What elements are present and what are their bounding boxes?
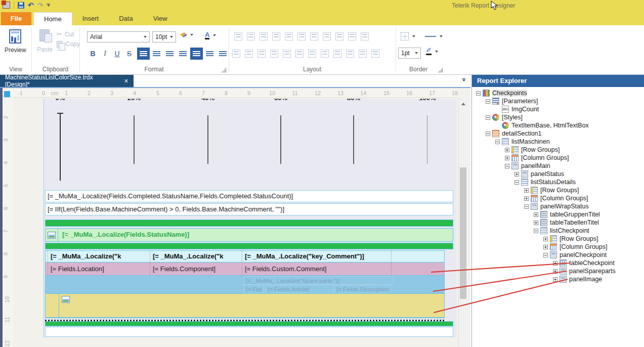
italic-button[interactable]: I: [99, 48, 111, 60]
expand-icon[interactable]: [543, 245, 548, 249]
spareparts-cell[interactable]: [= Fields.Article]: [265, 285, 333, 293]
collapse-icon[interactable]: [476, 91, 481, 96]
bold-button[interactable]: B: [87, 48, 99, 60]
header-cell[interactable]: [= _MuMa_.Localize("key_Comment")]: [242, 251, 392, 262]
tree-item-column-groups[interactable]: [Column Groups]: [472, 154, 644, 162]
font-size-combobox[interactable]: 10pt: [152, 31, 176, 42]
layout-tool-icon[interactable]: [323, 32, 331, 40]
tree-item-panelstatus[interactable]: panelStatus: [472, 170, 644, 178]
background-color-button[interactable]: [180, 32, 193, 37]
spareparts-panel-rows[interactable]: [= _MuMa_.Localize("Spare parts:")] [= F…: [46, 276, 444, 294]
expand-icon[interactable]: [553, 277, 557, 282]
report-design-surface[interactable]: 0%20%40%60%80%100% [= _MuMa_.Localize(Fi…: [44, 99, 457, 337]
layout-tool-icon[interactable]: [346, 50, 354, 58]
border-preset-button[interactable]: [401, 32, 415, 40]
app-icon[interactable]: [3, 2, 10, 9]
expand-icon[interactable]: [553, 261, 557, 266]
tree-item-label[interactable]: [Styles]: [502, 114, 523, 121]
layout-tool-icon[interactable]: [260, 32, 268, 40]
expand-icon[interactable]: [553, 269, 557, 274]
tree-item-column-groups[interactable]: [Column Groups]: [472, 194, 644, 202]
tree-item-label[interactable]: panelWrapStatus: [540, 203, 589, 210]
status-name-row[interactable]: [= _MuMa_.Localize(Fields.StatusName)]: [45, 228, 453, 242]
document-tab[interactable]: MachineStatusListColorSize.trdx [Design]…: [0, 75, 134, 87]
ruler-corner-square[interactable]: [4, 91, 10, 97]
font-name-combobox[interactable]: Arial: [87, 31, 150, 42]
table-data-row[interactable]: [= Fields.Location] [= Fields.Component]…: [46, 263, 444, 276]
layout-tool-icon[interactable]: [285, 32, 293, 40]
align-center-button[interactable]: [150, 48, 163, 60]
valign-top-button[interactable]: [190, 48, 203, 60]
tree-item-label[interactable]: Checkpoints: [492, 90, 527, 97]
tree-item-label[interactable]: [Column Groups]: [521, 154, 569, 161]
tree-item-label[interactable]: listMaschinen: [511, 138, 550, 145]
cut-button[interactable]: ✂ Cut: [57, 30, 74, 38]
collapse-icon[interactable]: [495, 140, 500, 144]
layout-tool-icon[interactable]: [310, 32, 318, 40]
checkpoint-table[interactable]: [= _MuMa_.Localize("k [= _MuMa_.Localize…: [45, 250, 445, 318]
qat-customize-icon[interactable]: [47, 4, 50, 7]
tree-item-panelspareparts[interactable]: panelSpareparts: [472, 267, 644, 275]
textbox-machine-comment[interactable]: [= IIf(Len(Fields.Base.MachineComment) >…: [45, 203, 453, 215]
header-cell[interactable]: [= _MuMa_.Localize("k: [48, 251, 150, 262]
empty-textbox-row[interactable]: [45, 327, 453, 337]
layout-tool-icon[interactable]: [295, 50, 304, 58]
collapse-icon[interactable]: [524, 204, 529, 209]
align-justify-button[interactable]: [177, 48, 189, 60]
layout-tool-icon[interactable]: [308, 50, 316, 58]
green-separator-bar[interactable]: [45, 321, 453, 326]
layout-tool-icon[interactable]: [297, 32, 306, 40]
status-picturebox-cell[interactable]: [46, 229, 58, 241]
tree-item-detailsection1[interactable]: detailSection1: [472, 129, 644, 138]
status-name-textbox[interactable]: [= _MuMa_.Localize(Fields.StatusName)]: [62, 231, 189, 238]
underline-button[interactable]: U: [111, 48, 123, 60]
align-right-button[interactable]: [163, 48, 176, 60]
tree-item-label[interactable]: detailSection1: [502, 130, 542, 137]
expand-icon[interactable]: [505, 156, 509, 160]
border-line-style-button[interactable]: [425, 35, 443, 37]
tree-item-parameters[interactable]: [Parameters]: [472, 97, 644, 105]
layout-tool-icon[interactable]: [272, 32, 280, 40]
preview-button[interactable]: Preview: [5, 29, 26, 54]
tree-item-listcheckpoint[interactable]: listCheckpoint: [472, 227, 644, 235]
align-left-button[interactable]: [137, 48, 150, 60]
expand-icon[interactable]: [524, 188, 529, 193]
layout-tool-icon[interactable]: [348, 32, 356, 40]
layout-tool-icon[interactable]: [335, 32, 344, 40]
tree-item-label[interactable]: panelStatus: [531, 170, 564, 178]
tree-item-label[interactable]: tableCheckpoint: [569, 259, 615, 267]
border-width-combobox[interactable]: 1pt: [398, 48, 421, 59]
tree-item-tabletabellentitel[interactable]: tableTabellenTitel: [472, 219, 644, 227]
tree-item-tablecheckpoint[interactable]: tableCheckpoint: [472, 259, 644, 267]
layout-tool-icon[interactable]: [232, 50, 240, 58]
collapse-icon[interactable]: [543, 253, 548, 257]
tree-item-label[interactable]: [Row Groups]: [521, 146, 560, 153]
layout-tool-icon[interactable]: [321, 50, 329, 58]
layout-tool-icon[interactable]: [359, 50, 367, 58]
tree-item-label[interactable]: tableGruppenTitel: [550, 211, 600, 218]
tree-item-label[interactable]: tableTabellenTitel: [550, 219, 599, 226]
collapse-icon[interactable]: [486, 115, 490, 120]
valign-middle-button[interactable]: [203, 48, 216, 60]
tree-item-row-groups[interactable]: [Row Groups]: [472, 235, 644, 243]
collapse-icon[interactable]: [514, 180, 519, 185]
strikethrough-button[interactable]: S: [123, 48, 135, 60]
undo-icon[interactable]: ↶: [28, 2, 34, 8]
tree-item-label[interactable]: ImgCount: [511, 106, 539, 113]
tree-item-liststatusdetails[interactable]: listStatusDetails: [472, 178, 644, 186]
header-cell[interactable]: [= _MuMa_.Localize("k: [150, 251, 242, 262]
collapse-icon[interactable]: [534, 229, 538, 233]
collapse-icon[interactable]: [486, 132, 490, 136]
tree-item-label[interactable]: panelImage: [569, 276, 602, 283]
file-button[interactable]: File: [1, 12, 31, 25]
tree-item-row-groups[interactable]: [Row Groups]: [472, 186, 644, 194]
tree-item-label[interactable]: [Row Groups]: [540, 187, 579, 194]
tree-item-label[interactable]: [Parameters]: [502, 98, 538, 105]
save-icon[interactable]: [18, 2, 24, 9]
tree-item-panelmain[interactable]: panelMain: [472, 162, 644, 170]
tree-item-listmaschinen[interactable]: listMaschinen: [472, 138, 644, 146]
tree-item-label[interactable]: listCheckpoint: [550, 227, 589, 234]
green-separator-bar[interactable]: [45, 243, 453, 249]
tree-item-panelcheckpoint[interactable]: panelCheckpoint: [472, 251, 644, 259]
tree-item-panelwrapstatus[interactable]: panelWrapStatus: [472, 202, 644, 210]
